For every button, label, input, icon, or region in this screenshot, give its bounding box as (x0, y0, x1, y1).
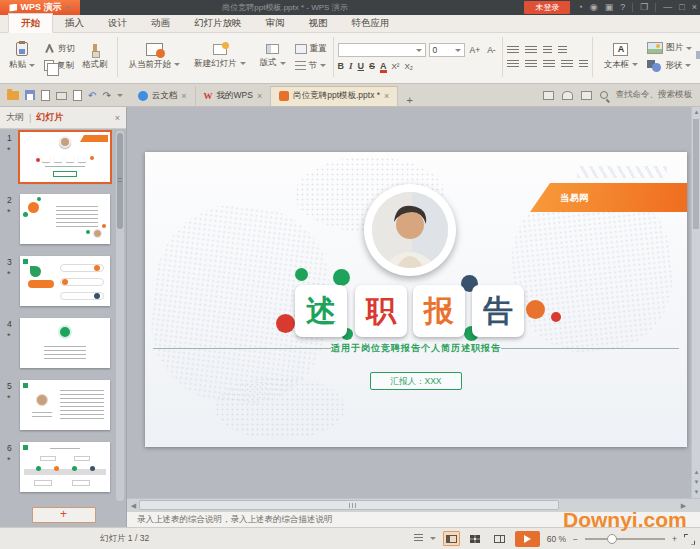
bold-button[interactable]: B (338, 61, 345, 71)
switch-window-icon[interactable]: ❐ (640, 0, 648, 15)
tab-insert[interactable]: 插入 (53, 14, 96, 32)
new-tab-button[interactable]: + (398, 94, 420, 106)
reading-view-button[interactable] (491, 531, 508, 546)
zoom-slider[interactable] (585, 538, 665, 540)
tab-special-features[interactable]: 特色应用 (340, 14, 402, 32)
chevron-down-icon[interactable] (430, 537, 436, 540)
textbox-button[interactable]: A 文本框 (597, 43, 646, 72)
slide-subtitle[interactable]: 适用于岗位竞聘报告个人简历述职报告 (145, 342, 687, 355)
print-preview-icon[interactable] (73, 90, 82, 101)
slide-thumbnail-2[interactable]: 2 * (0, 191, 114, 253)
align-center-button[interactable] (525, 60, 537, 69)
login-button[interactable]: 未登录 (524, 1, 570, 14)
font-size-combobox[interactable]: 0 (429, 43, 465, 57)
slide-1-canvas[interactable]: 当易网 述 职 报 告 (145, 152, 687, 447)
feedback-icon[interactable]: ▣ (605, 0, 614, 15)
slides-tab[interactable]: 幻灯片 (36, 111, 63, 124)
undo-icon[interactable]: ↶ (88, 90, 96, 101)
add-slide-button[interactable]: + (32, 507, 96, 523)
play-from-current-button[interactable]: 从当前开始 (122, 43, 188, 72)
close-tab-icon[interactable]: × (257, 91, 262, 101)
slide-thumbnail-4[interactable]: 4 * (0, 315, 114, 377)
copy-button[interactable]: 复制 (42, 59, 77, 73)
export-icon[interactable] (41, 90, 50, 101)
zoom-in-button[interactable]: + (672, 534, 677, 544)
cut-button[interactable]: 剪切 (42, 42, 77, 56)
arrange-button[interactable]: 排列 (694, 50, 700, 64)
minimize-button[interactable]: — (663, 0, 672, 15)
section-button[interactable]: 节 (293, 59, 329, 73)
line-spacing-button[interactable] (579, 60, 588, 69)
maximize-button[interactable]: □ (679, 0, 684, 15)
vertical-scrollbar[interactable]: ▲ ▲ ▼ ▼ (691, 107, 700, 498)
align-right-button[interactable] (543, 60, 555, 69)
normal-view-button[interactable] (443, 531, 460, 546)
scroll-left-icon[interactable]: ◀ (129, 501, 138, 510)
previous-slide-icon[interactable]: ▲ (693, 469, 700, 476)
horizontal-scroll-thumb[interactable] (139, 500, 559, 510)
zoom-out-button[interactable]: − (573, 534, 578, 544)
align-left-button[interactable] (507, 60, 519, 69)
font-color-button[interactable]: A (380, 61, 387, 71)
increase-font-button[interactable]: A+ (468, 44, 483, 56)
close-tab-icon[interactable]: × (181, 91, 186, 101)
layout-button[interactable]: 版式 (253, 44, 293, 70)
new-slide-button[interactable]: 新建幻灯片 (187, 44, 253, 71)
zoom-slider-handle[interactable] (607, 534, 617, 544)
slide-thumbnail-5[interactable]: 5 * (0, 377, 114, 439)
doc-tab-cloud[interactable]: 云文档 × (130, 86, 196, 106)
slide-sorter-view-button[interactable] (467, 531, 484, 546)
theme-icon[interactable]: ◔ (577, 0, 582, 15)
quickbar-more-icon[interactable] (117, 94, 123, 97)
title-tile-1[interactable]: 述 (295, 285, 347, 337)
superscript-button[interactable]: X² (392, 62, 400, 71)
redo-icon[interactable]: ↷ (102, 90, 110, 101)
tab-slideshow[interactable]: 幻灯片放映 (182, 14, 254, 32)
next-slide-icon[interactable]: ▼ (693, 479, 700, 486)
help-button[interactable]: ? (620, 0, 625, 15)
slide-thumbnail-6[interactable]: 6 * (0, 439, 114, 501)
settings-icon[interactable]: ◉ (590, 0, 598, 15)
subscript-button[interactable]: X₂ (405, 62, 413, 71)
editing-canvas[interactable]: 当易网 述 职 报 告 (127, 107, 700, 498)
brand-banner[interactable]: 当易网 (530, 183, 687, 212)
paste-button[interactable]: 粘贴 (2, 42, 42, 72)
outline-tab[interactable]: 大纲 (6, 111, 24, 124)
decrease-indent-button[interactable] (543, 46, 552, 55)
format-painter-button[interactable]: 格式刷 (77, 44, 113, 71)
italic-button[interactable]: I (349, 61, 353, 71)
tab-home[interactable]: 开始 (8, 13, 53, 33)
numbering-button[interactable] (525, 46, 537, 55)
scroll-down-icon[interactable]: ▼ (693, 489, 700, 496)
font-name-combobox[interactable] (338, 43, 426, 57)
save-icon[interactable] (25, 90, 35, 100)
shapes-button[interactable]: 形状 (645, 58, 694, 73)
profile-photo[interactable] (364, 184, 456, 276)
print-icon[interactable] (56, 92, 67, 100)
slide-thumbnail-3[interactable]: 3 * (0, 253, 114, 315)
bullets-button[interactable] (507, 46, 519, 55)
fit-to-window-icon[interactable] (684, 534, 694, 544)
assistant-icon[interactable] (562, 91, 573, 100)
close-button[interactable]: × (692, 0, 697, 15)
slide-thumbnail-1[interactable]: 1 * (0, 129, 114, 191)
close-panel-icon[interactable]: × (115, 113, 120, 123)
scroll-up-icon[interactable]: ▲ (693, 109, 700, 116)
sidebar-scrollbar[interactable] (116, 131, 124, 501)
increase-indent-button[interactable] (558, 46, 567, 55)
picture-button[interactable]: 图片 (645, 41, 694, 55)
tab-animation[interactable]: 动画 (139, 14, 182, 32)
doc-tab-mywps[interactable]: W 我的WPS × (196, 86, 272, 106)
tab-view[interactable]: 视图 (297, 14, 340, 32)
decrease-font-button[interactable]: A- (485, 44, 498, 56)
open-file-icon[interactable] (7, 91, 19, 100)
vertical-scroll-thumb[interactable] (693, 119, 699, 229)
title-tile-2[interactable]: 职 (355, 285, 407, 337)
close-tab-icon[interactable]: × (384, 91, 389, 101)
underline-button[interactable]: U (358, 61, 365, 71)
reset-button[interactable]: 重置 (293, 42, 329, 56)
doc-tab-current[interactable]: 尚位竞聘ppt模板.pptx * × (271, 86, 398, 106)
strikethrough-button[interactable]: S (369, 61, 375, 71)
reporter-box[interactable]: 汇报人：XXX (370, 372, 462, 390)
tab-design[interactable]: 设计 (96, 14, 139, 32)
